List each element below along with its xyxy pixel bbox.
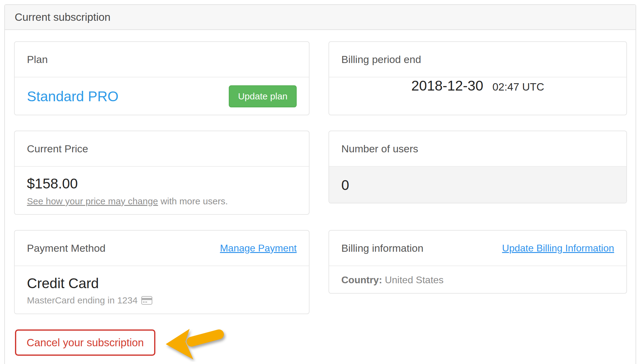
plan-card: Plan Standard PRO Update plan	[14, 41, 310, 115]
billing-period-card: Billing period end 2018-12-30 02:47 UTC	[328, 41, 627, 115]
annotation-arrow-icon	[165, 325, 227, 362]
panel-title: Current subscription	[15, 11, 110, 23]
country-value: United States	[382, 274, 443, 285]
current-price-card: Current Price $158.00 See how your price…	[14, 131, 310, 215]
credit-card-icon	[141, 296, 152, 305]
payment-method-card-body: Credit Card MasterCard ending in 1234	[15, 266, 309, 314]
payment-method-label: Payment Method	[27, 242, 106, 254]
billing-information-card: Billing information Update Billing Infor…	[328, 230, 627, 294]
current-subscription-panel: Current subscription Plan Standard PRO U…	[4, 4, 636, 364]
number-of-users-label: Number of users	[341, 143, 418, 155]
billing-period-time: 02:47 UTC	[492, 81, 544, 93]
billing-information-card-header: Billing information Update Billing Infor…	[329, 231, 626, 266]
update-plan-button[interactable]: Update plan	[229, 85, 297, 107]
price-change-link[interactable]: See how your price may change	[27, 196, 158, 206]
billing-information-label: Billing information	[341, 242, 423, 254]
country-line: Country: United States	[341, 274, 614, 286]
payment-method-card: Payment Method Manage Payment Credit Car…	[14, 230, 310, 314]
plan-card-body: Standard PRO Update plan	[15, 77, 309, 115]
panel-body: Plan Standard PRO Update plan Billing pe…	[5, 30, 636, 363]
billing-period-label: Billing period end	[341, 54, 421, 65]
number-of-users-card: Number of users 0	[328, 131, 627, 203]
payment-method-value: Credit Card	[27, 275, 297, 292]
panel-header: Current subscription	[5, 5, 636, 30]
subscription-cards-grid: Plan Standard PRO Update plan Billing pe…	[14, 41, 626, 314]
country-label: Country:	[341, 274, 382, 285]
manage-payment-link[interactable]: Manage Payment	[220, 243, 297, 254]
number-of-users-card-body: 0	[329, 167, 626, 203]
plan-name: Standard PRO	[27, 88, 118, 105]
cancel-row: Cancel your subscription	[14, 329, 626, 363]
current-price-card-header: Current Price	[15, 131, 309, 167]
price-note: See how your price may change with more …	[27, 196, 297, 206]
update-billing-information-link[interactable]: Update Billing Information	[502, 243, 614, 254]
card-detail-text: MasterCard ending in 1234	[27, 295, 138, 306]
billing-information-card-body: Country: United States	[329, 266, 626, 294]
payment-method-card-header: Payment Method Manage Payment	[15, 231, 309, 266]
price-note-suffix: with more users.	[158, 196, 228, 206]
current-price-value: $158.00	[27, 175, 297, 192]
billing-period-card-body: 2018-12-30 02:47 UTC	[329, 77, 626, 115]
current-price-card-body: $158.00 See how your price may change wi…	[15, 167, 309, 215]
number-of-users-card-header: Number of users	[329, 131, 626, 167]
billing-period-date: 2018-12-30	[411, 77, 483, 94]
plan-card-header: Plan	[15, 42, 309, 77]
number-of-users-value: 0	[341, 177, 614, 193]
current-price-label: Current Price	[27, 143, 88, 155]
payment-method-detail: MasterCard ending in 1234	[27, 295, 297, 306]
cancel-subscription-button[interactable]: Cancel your subscription	[15, 329, 155, 356]
billing-period-card-header: Billing period end	[329, 42, 626, 77]
plan-label: Plan	[27, 54, 48, 65]
